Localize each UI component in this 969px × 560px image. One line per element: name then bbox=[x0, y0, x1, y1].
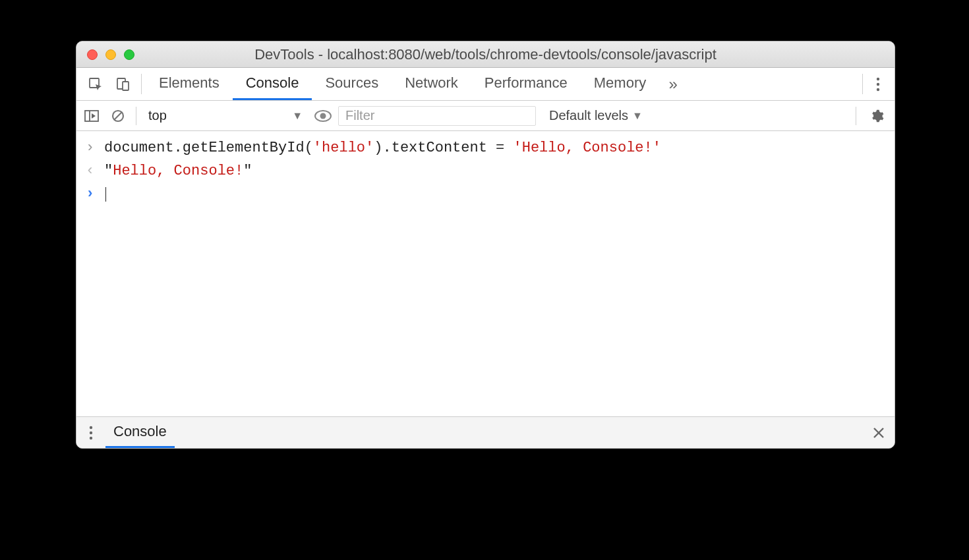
tab-memory[interactable]: Memory bbox=[581, 68, 659, 100]
tab-label: Network bbox=[405, 74, 458, 92]
customize-devtools-button[interactable] bbox=[867, 68, 889, 100]
drawer-menu-button[interactable] bbox=[76, 417, 105, 448]
device-toolbar-icon[interactable] bbox=[109, 76, 137, 92]
tab-label: Memory bbox=[594, 74, 646, 92]
more-tabs-button[interactable]: » bbox=[659, 68, 687, 100]
toggle-sidebar-icon[interactable] bbox=[80, 106, 103, 126]
tab-label: Performance bbox=[484, 74, 568, 92]
levels-label: Default levels bbox=[549, 108, 628, 123]
tab-sources[interactable]: Sources bbox=[312, 68, 392, 100]
console-line: document.getElementById('hello').textCon… bbox=[104, 136, 661, 159]
drawer-tab-label: Console bbox=[113, 423, 167, 440]
chevron-double-right-icon: » bbox=[669, 75, 678, 94]
svg-point-14 bbox=[90, 436, 92, 439]
console-row: ›document.getElementById('hello').textCo… bbox=[76, 136, 895, 159]
console-line: "Hello, Console!" bbox=[104, 159, 252, 182]
main-tabbar: Elements Console Sources Network Perform… bbox=[76, 68, 895, 101]
tab-label: Console bbox=[246, 74, 299, 92]
tab-elements[interactable]: Elements bbox=[146, 68, 233, 100]
input-marker-icon: › bbox=[86, 136, 104, 159]
svg-point-5 bbox=[877, 88, 879, 90]
console-row: ‹"Hello, Console!" bbox=[76, 159, 895, 182]
inspect-element-icon[interactable] bbox=[82, 76, 109, 92]
svg-point-3 bbox=[877, 77, 879, 80]
separator bbox=[862, 74, 863, 94]
separator bbox=[856, 107, 856, 125]
window-title: DevTools - localhost:8080/web/tools/chro… bbox=[76, 46, 895, 63]
drawer-tab-console[interactable]: Console bbox=[105, 417, 175, 448]
separator bbox=[141, 74, 142, 94]
svg-point-4 bbox=[877, 82, 879, 85]
chevron-down-icon: ▼ bbox=[292, 110, 303, 122]
svg-point-11 bbox=[320, 113, 326, 119]
console-settings-icon[interactable] bbox=[863, 109, 891, 123]
console-toolbar: top ▼ Default levels ▼ bbox=[76, 101, 895, 131]
tab-label: Elements bbox=[159, 74, 220, 92]
close-window-button[interactable] bbox=[87, 49, 98, 60]
prompt-marker-icon: › bbox=[86, 182, 104, 206]
titlebar: DevTools - localhost:8080/web/tools/chro… bbox=[76, 42, 895, 68]
zoom-window-button[interactable] bbox=[124, 49, 134, 60]
svg-point-13 bbox=[90, 431, 92, 434]
console-output[interactable]: ›document.getElementById('hello').textCo… bbox=[76, 131, 895, 416]
drawer: Console bbox=[76, 416, 895, 448]
tab-console[interactable]: Console bbox=[233, 68, 312, 100]
console-row: › bbox=[76, 182, 895, 206]
console-prompt[interactable] bbox=[104, 182, 106, 206]
window-controls bbox=[76, 49, 134, 60]
svg-rect-2 bbox=[123, 82, 129, 90]
devtools-window: DevTools - localhost:8080/web/tools/chro… bbox=[76, 41, 895, 449]
live-expression-icon[interactable] bbox=[312, 106, 334, 126]
separator bbox=[136, 107, 136, 125]
chevron-down-icon: ▼ bbox=[632, 110, 643, 122]
tab-label: Sources bbox=[325, 74, 378, 92]
log-levels-select[interactable]: Default levels ▼ bbox=[540, 108, 643, 123]
close-drawer-button[interactable] bbox=[863, 417, 895, 448]
execution-context-select[interactable]: top ▼ bbox=[143, 107, 308, 125]
context-label: top bbox=[148, 108, 167, 123]
tab-performance[interactable]: Performance bbox=[471, 68, 581, 100]
svg-point-12 bbox=[90, 426, 92, 428]
svg-line-9 bbox=[114, 112, 122, 120]
tab-network[interactable]: Network bbox=[392, 68, 471, 100]
minimize-window-button[interactable] bbox=[105, 49, 116, 60]
filter-input[interactable] bbox=[338, 106, 536, 126]
clear-console-icon[interactable] bbox=[107, 106, 129, 126]
output-marker-icon: ‹ bbox=[86, 159, 104, 182]
